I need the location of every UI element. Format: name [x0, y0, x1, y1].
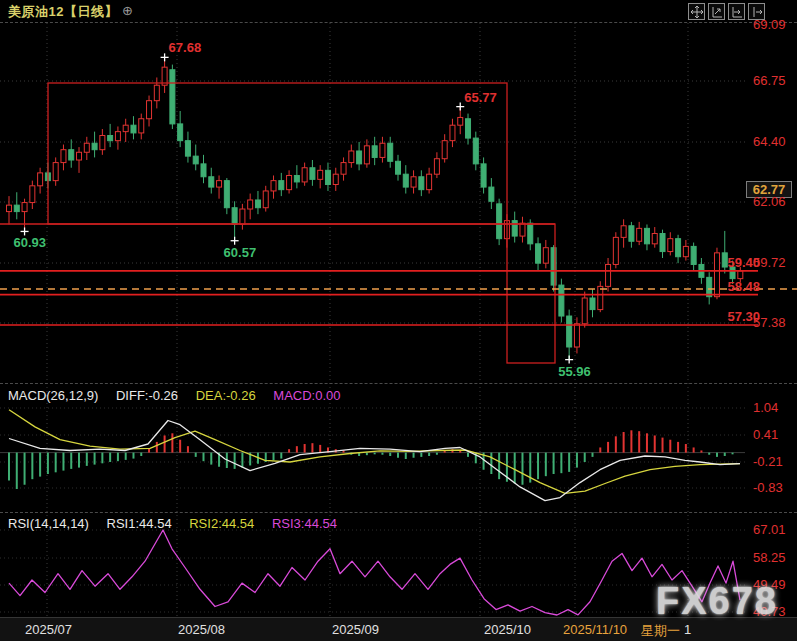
candle-body: [707, 277, 712, 296]
candle-body: [279, 181, 284, 190]
candle-body: [543, 248, 548, 263]
price-axis-tick: 62.06: [753, 194, 786, 209]
candle-body: [240, 209, 245, 224]
candle-body: [7, 205, 12, 211]
drawn-rectangle[interactable]: [48, 83, 507, 224]
candle-body: [170, 70, 175, 124]
candle-body: [489, 187, 494, 201]
candle-body: [738, 271, 743, 279]
candle-body: [606, 264, 611, 286]
time-axis-label: 2025/07: [25, 622, 72, 637]
candle-body: [123, 125, 128, 131]
candle-body: [637, 228, 642, 241]
candle-body: [77, 152, 82, 160]
macd-axis-tick: 0.41: [753, 427, 778, 442]
macd-axis-tick: -0.83: [753, 480, 783, 495]
price-axis-tick: 64.40: [753, 134, 786, 149]
candle-body: [536, 244, 541, 263]
candle-body: [598, 286, 603, 309]
candle-body: [53, 163, 58, 181]
time-axis-label: 2025/10: [484, 622, 531, 637]
chart-canvas[interactable]: [0, 0, 797, 641]
candle-body: [528, 223, 533, 244]
candle-body: [185, 141, 190, 156]
macd-dea-value: DEA:-0.26: [196, 388, 256, 403]
rsi-axis-tick: 67.01: [753, 522, 786, 537]
candle-body: [14, 205, 19, 211]
candle-body: [364, 146, 369, 164]
candle-body: [232, 208, 237, 225]
candle-body: [38, 173, 43, 186]
time-axis-label: 2025/11/10: [563, 622, 627, 637]
rsi2-value: RSI2:44.54: [189, 516, 254, 531]
candle-body: [660, 234, 665, 252]
candle-body: [396, 161, 401, 174]
candle-body: [481, 164, 486, 187]
time-axis-label: 2025/08: [178, 622, 225, 637]
candle-body: [473, 138, 478, 164]
candle-body: [668, 239, 673, 252]
candle-body: [147, 101, 152, 119]
price-axis-tick: 66.75: [753, 73, 786, 88]
candle-body: [154, 85, 159, 100]
candle-body: [61, 150, 66, 163]
candle-body: [341, 163, 346, 175]
instrument-title: 美原油12【日线】: [8, 3, 118, 21]
candle-body: [302, 168, 307, 182]
candle-body: [255, 200, 260, 208]
candle-body: [84, 143, 89, 152]
rsi-line: [9, 530, 740, 615]
rsi1-value: RSI1:44.54: [107, 516, 172, 531]
rsi-legend: RSI(14,14,14) RSI1:44.54 RSI2:44.54 RSI3…: [8, 516, 351, 531]
rsi-axis-tick: 58.25: [753, 550, 786, 565]
candle-body: [520, 223, 525, 236]
macd-diff-value: DIFF:-0.26: [116, 388, 178, 403]
separator: [0, 383, 797, 384]
candle-body: [621, 226, 626, 238]
time-axis-label: 星期一: [641, 622, 680, 640]
scale-y-axis-icon[interactable]: [708, 3, 725, 20]
time-axis-label: 2025/09: [332, 622, 379, 637]
drawn-rectangle[interactable]: [507, 224, 555, 363]
candle-body: [458, 117, 463, 125]
candle-body: [613, 237, 618, 264]
price-level-label: 57.30: [712, 309, 760, 324]
candle-body: [652, 234, 657, 244]
pan-tool-icon[interactable]: [688, 3, 705, 20]
candle-body: [131, 125, 136, 133]
candle-body: [629, 226, 634, 241]
scale-x-axis-icon[interactable]: [728, 3, 745, 20]
candle-body: [178, 124, 183, 141]
candle-body: [388, 143, 393, 161]
candle-body: [380, 143, 385, 157]
candle-body: [590, 298, 595, 310]
chart-app-window: 美原油12【日线】 ⊕: [0, 0, 797, 641]
candle-body: [333, 174, 338, 184]
candle-body: [683, 246, 688, 256]
title-bar: 美原油12【日线】 ⊕: [0, 0, 797, 22]
candle-body: [497, 204, 502, 239]
candle-body: [115, 132, 120, 141]
low-marker-label: 60.57: [224, 245, 257, 260]
macd-params-label: MACD(26,12,9): [8, 388, 98, 403]
candle-body: [201, 164, 206, 177]
separator: [0, 512, 797, 513]
macd-axis-tick: 1.04: [753, 400, 778, 415]
candle-body: [582, 298, 587, 324]
candle-body: [411, 177, 416, 187]
candle-body: [100, 136, 105, 150]
candle-body: [139, 119, 144, 133]
candle-body: [30, 186, 35, 203]
rsi-params-label: RSI(14,14,14): [8, 516, 89, 531]
candle-body: [108, 136, 113, 141]
candle-body: [217, 181, 222, 187]
macd-legend: MACD(26,12,9) DIFF:-0.26 DEA:-0.26 MACD:…: [8, 388, 355, 403]
candle-body: [69, 150, 74, 160]
candle-body: [209, 177, 214, 187]
candle-body: [349, 151, 354, 163]
high-marker-label: 65.77: [464, 90, 497, 105]
candle-body: [271, 181, 276, 191]
time-axis-label: 1: [684, 622, 691, 637]
fx678-watermark: FX678: [656, 580, 778, 623]
expand-icon[interactable]: ⊕: [122, 3, 133, 18]
